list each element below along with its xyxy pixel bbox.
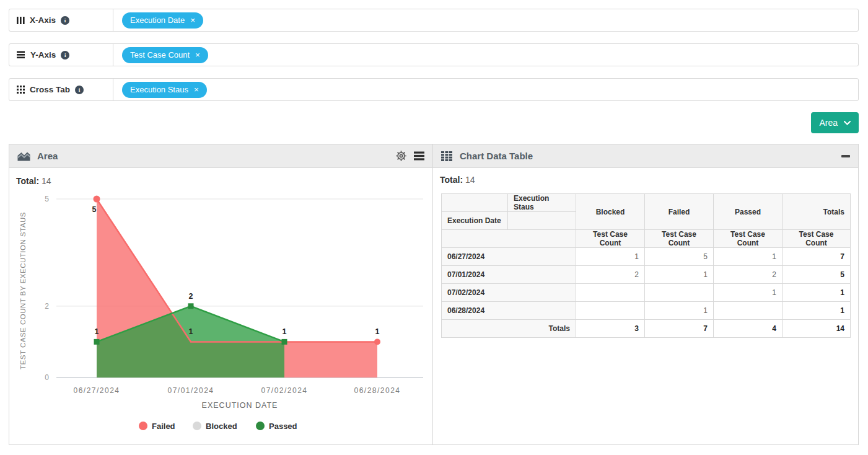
passed-cell: [714, 302, 783, 320]
horizontal-bars-icon[interactable]: [17, 51, 25, 59]
chevron-down-icon: [844, 121, 851, 125]
totals-cell: 5: [783, 266, 851, 284]
x-axis-chip[interactable]: Execution Date ×: [122, 12, 203, 29]
failed-cell: 5: [645, 248, 714, 266]
table-body: Total: 14 Execution Staus Blocked Failed…: [433, 168, 858, 444]
totals-row-label: Totals: [442, 320, 576, 338]
table-total: Total: 14: [440, 175, 475, 185]
close-icon[interactable]: ×: [194, 86, 199, 94]
area-chart: TEST CASE COUNT BY EXECUTION STAUS 5 2 0: [9, 187, 433, 436]
measure-header-row: Test Case Count Test Case Count Test Cas…: [442, 230, 851, 248]
hamburger-menu-icon[interactable]: [414, 151, 424, 161]
blocked-cell: [576, 302, 645, 320]
header-row-1: Execution Staus Blocked Failed Passed To…: [442, 194, 851, 212]
blocked-total-cell: 3: [576, 320, 645, 338]
failed-point-marker: [374, 338, 380, 345]
x-tick-label: 06/28/2024: [354, 386, 400, 395]
table-row: 06/28/2024 1 1: [442, 302, 851, 320]
chip-label: Execution Date: [130, 15, 185, 25]
point-label: 1: [189, 327, 193, 336]
x-tick-label: 07/01/2024: [167, 386, 214, 395]
totals-cell: 1: [783, 284, 851, 302]
point-label: 1: [95, 327, 99, 336]
totals-row: Totals 3 7 4 14: [442, 320, 851, 338]
failed-point-marker: [94, 196, 100, 203]
x-axis-title: EXECUTION DATE: [202, 401, 278, 410]
failed-cell: 1: [645, 266, 714, 284]
table-panel-header: Chart Data Table: [433, 144, 858, 168]
x-axis-label: X-Axis: [30, 15, 56, 25]
table-row: 07/01/2024 2 1 2 5: [442, 266, 851, 284]
y-axis-label-cell: Y-Axis i: [9, 44, 113, 66]
info-icon[interactable]: i: [61, 51, 69, 60]
x-tick-label: 07/02/2024: [261, 386, 307, 395]
close-icon[interactable]: ×: [195, 51, 200, 60]
y-tick-2: 2: [45, 302, 49, 311]
y-axis-config-row: Y-Axis i Test Case Count ×: [9, 43, 859, 66]
column-header: Passed: [714, 194, 783, 230]
column-header: Blocked: [576, 194, 645, 230]
column-header: Failed: [645, 194, 714, 230]
failed-total-cell: 7: [645, 320, 714, 338]
failed-cell: [645, 284, 714, 302]
measure-header: Test Case Count: [783, 230, 851, 248]
y-tick-5: 5: [45, 195, 49, 203]
x-axis-label-cell: X-Axis i: [9, 9, 113, 31]
date-cell: 07/01/2024: [442, 266, 576, 284]
panel-title: Chart Data Table: [460, 151, 533, 161]
info-icon[interactable]: i: [75, 86, 84, 94]
chip-label: Test Case Count: [130, 50, 190, 60]
measure-header: Test Case Count: [645, 230, 714, 248]
panel-title: Area: [37, 151, 58, 161]
cross-tab-config-row: Cross Tab i Execution Staus ×: [9, 78, 859, 101]
passed-total-cell: 4: [714, 320, 783, 338]
legend-item-blocked[interactable]: Blocked: [193, 422, 237, 431]
date-cell: 06/27/2024: [442, 248, 576, 266]
passed-point-marker: [188, 303, 194, 309]
widgets-container: Area Total: 14: [9, 144, 859, 445]
chart-type-value: Area: [819, 118, 838, 128]
point-label: 5: [92, 205, 97, 214]
passed-point-marker: [94, 339, 100, 345]
grid-dots-icon[interactable]: [17, 86, 25, 94]
failed-cell: 1: [645, 302, 714, 320]
grand-total-cell: 14: [783, 320, 851, 338]
table-row: 07/02/2024 1 1: [442, 284, 851, 302]
chart-data-table: Execution Staus Blocked Failed Passed To…: [441, 193, 851, 338]
y-axis-title: TEST CASE COUNT BY EXECUTION STAUS: [19, 212, 27, 369]
passed-legend-dot: [256, 422, 265, 430]
area-chart-panel: Area Total: 14: [9, 144, 433, 444]
date-cell: 07/02/2024: [442, 284, 576, 302]
chart-total: Total: 14: [16, 176, 51, 186]
area-panel-header: Area: [9, 144, 432, 168]
area-chart-body: Total: 14 TEST CASE COUNT BY EXECUTION S…: [9, 168, 432, 444]
y-axis-label: Y-Axis: [30, 50, 56, 60]
gear-icon[interactable]: [395, 150, 407, 162]
cross-tab-chip[interactable]: Execution Staus ×: [122, 82, 207, 98]
passed-cell: 1: [714, 248, 783, 266]
passed-cell: 2: [714, 266, 783, 284]
chip-label: Execution Staus: [130, 85, 188, 94]
blocked-cell: [576, 284, 645, 302]
collapse-minus-icon[interactable]: [841, 155, 850, 157]
y-axis-chip[interactable]: Test Case Count ×: [122, 47, 208, 63]
table-grid-icon: [441, 151, 453, 161]
legend-label: Blocked: [206, 422, 237, 431]
totals-cell: 7: [783, 248, 851, 266]
column-header: Totals: [783, 194, 851, 230]
point-label: 1: [283, 327, 287, 336]
blocked-legend-dot: [193, 422, 201, 430]
legend-item-failed[interactable]: Failed: [139, 422, 175, 431]
totals-cell: 1: [783, 302, 851, 320]
vertical-bars-icon[interactable]: [17, 16, 25, 25]
failed-legend-dot: [139, 422, 147, 430]
close-icon[interactable]: ×: [190, 16, 195, 25]
chart-type-dropdown[interactable]: Area: [811, 112, 859, 133]
cross-tab-label: Cross Tab: [30, 85, 70, 94]
area-chart-icon: [17, 151, 30, 161]
legend-item-passed[interactable]: Passed: [256, 422, 297, 431]
y-tick-0: 0: [45, 373, 49, 382]
legend-label: Passed: [269, 422, 297, 431]
info-icon[interactable]: i: [61, 16, 69, 25]
x-axis-config-row: X-Axis i Execution Date ×: [9, 9, 859, 32]
